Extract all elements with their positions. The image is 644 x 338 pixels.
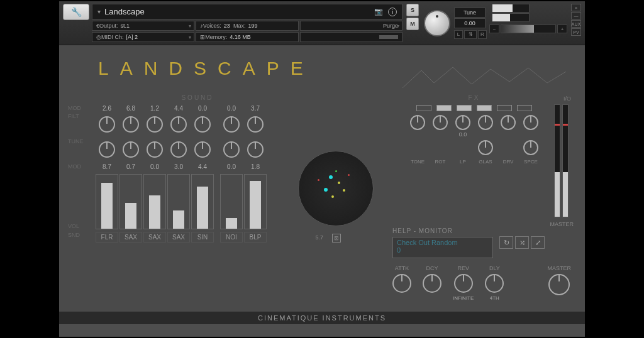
volume-bar[interactable] bbox=[96, 174, 118, 229]
footer-brand: CINEMATIQUE INSTRUMENTS bbox=[59, 312, 585, 324]
env-knob[interactable] bbox=[392, 274, 411, 293]
fx-knob2 bbox=[498, 140, 518, 155]
vol-row-label: VOL bbox=[68, 223, 79, 229]
sound-slot[interactable]: SAX bbox=[119, 232, 142, 243]
filt-knob[interactable] bbox=[143, 113, 166, 136]
fx-toggle[interactable] bbox=[457, 105, 472, 111]
minimize-button[interactable]: — bbox=[571, 12, 581, 19]
fx-knob[interactable]: 0.0 bbox=[453, 115, 473, 138]
pan-left[interactable]: L bbox=[454, 30, 463, 39]
tune-knob[interactable] bbox=[220, 138, 243, 161]
refresh-button[interactable]: ↻ bbox=[499, 236, 513, 249]
mod2-value: 1.8 bbox=[244, 163, 267, 170]
sound-slot[interactable]: SAX bbox=[167, 232, 190, 243]
mute-button[interactable]: M bbox=[406, 18, 419, 30]
level-meter-l bbox=[492, 4, 530, 13]
fx-knob[interactable] bbox=[498, 115, 518, 138]
purge-dropdown[interactable]: Purge▾ bbox=[300, 21, 402, 31]
sound-slot[interactable]: BLP bbox=[244, 232, 267, 243]
envelope-section: ATTKDCYREVINFINITEDLY4TH bbox=[392, 265, 504, 302]
tune-knob[interactable] bbox=[244, 138, 267, 161]
qty-value: 5.7 bbox=[315, 234, 323, 241]
env-knob[interactable] bbox=[485, 274, 504, 293]
random-button[interactable]: ⤭ bbox=[515, 236, 529, 249]
tune-knob[interactable] bbox=[143, 138, 166, 161]
camera-icon[interactable]: 📷 bbox=[374, 8, 383, 16]
vol-minus[interactable]: − bbox=[489, 25, 499, 33]
env-knob[interactable] bbox=[423, 274, 441, 293]
wrench-button[interactable]: 🔧 bbox=[63, 4, 89, 20]
io-label: I/O bbox=[564, 95, 571, 102]
pv-button[interactable]: PV bbox=[571, 28, 581, 36]
tune-knob[interactable] bbox=[167, 138, 190, 161]
fx-toggle[interactable] bbox=[497, 105, 512, 111]
filt-knob[interactable] bbox=[119, 113, 142, 136]
fx-toggle[interactable] bbox=[416, 105, 431, 111]
fx-toggle[interactable] bbox=[517, 105, 532, 111]
help-label: HELP - MONITOR bbox=[392, 227, 493, 234]
fx-label: TONE bbox=[408, 159, 428, 165]
filt-knob[interactable] bbox=[220, 113, 243, 136]
volume-bar[interactable] bbox=[119, 174, 142, 229]
volume-bar[interactable] bbox=[191, 174, 214, 229]
mod-value: 4.4 bbox=[167, 105, 190, 112]
instrument-body: LANDSCAPE SOUND MOD2.66.81.24.40.00.03.7… bbox=[59, 45, 585, 324]
volume-bar[interactable] bbox=[167, 174, 190, 229]
fx-knob[interactable] bbox=[430, 115, 450, 138]
sound-slot[interactable]: SAX bbox=[143, 232, 166, 243]
info-icon[interactable]: i bbox=[388, 8, 397, 16]
pan-right[interactable]: R bbox=[478, 30, 487, 39]
env-knob[interactable] bbox=[454, 274, 473, 293]
vol-plus[interactable]: + bbox=[557, 25, 567, 33]
sound-slot[interactable]: SIN bbox=[191, 232, 214, 243]
volume-slider[interactable] bbox=[501, 25, 556, 33]
fx-knob[interactable] bbox=[408, 115, 428, 138]
snd-row-label: SND bbox=[68, 232, 80, 238]
fx-label: LP bbox=[453, 159, 473, 165]
tune-value[interactable]: 0.00 bbox=[454, 18, 486, 28]
filt-knob[interactable] bbox=[244, 113, 267, 136]
fx-knob2[interactable] bbox=[475, 140, 496, 155]
voices-field: ♪ Voices: 23 Max: 199 bbox=[196, 21, 298, 31]
sound-slot[interactable]: NOI bbox=[220, 232, 243, 243]
expand-button[interactable]: ⤢ bbox=[531, 236, 545, 249]
master-knob[interactable] bbox=[548, 274, 570, 295]
fx-knob[interactable] bbox=[475, 115, 496, 138]
filt-knob[interactable] bbox=[167, 113, 190, 136]
filt-knob[interactable] bbox=[191, 113, 214, 136]
tune-knob[interactable] bbox=[119, 138, 142, 161]
tune-knob[interactable] bbox=[424, 10, 450, 36]
close-button[interactable]: × bbox=[571, 4, 581, 11]
tune-label: Tune bbox=[454, 8, 486, 18]
fx-knob2 bbox=[408, 140, 428, 155]
fx-section: FX 0.0 TONEROTLPGLASDRVSPCE bbox=[392, 94, 556, 165]
sound-section: SOUND MOD2.66.81.24.40.00.03.7 FILT TUNE… bbox=[91, 94, 304, 243]
level-meter-r bbox=[492, 13, 530, 22]
fx-knob2[interactable] bbox=[521, 140, 541, 155]
solo-button[interactable]: S bbox=[406, 4, 419, 16]
fx-toggle[interactable] bbox=[477, 105, 492, 111]
volume-bar[interactable] bbox=[220, 174, 243, 229]
header-bar: 🔧 Landscape 📷 i € Output: st.1▾ ♪ Voices… bbox=[59, 1, 585, 45]
volume-bar[interactable] bbox=[244, 174, 267, 229]
pan-center-icon[interactable]: ⇅ bbox=[464, 30, 477, 39]
filt-knob[interactable] bbox=[96, 113, 118, 136]
xy-close-button[interactable]: ⊠ bbox=[332, 234, 341, 243]
fx-label: SPCE bbox=[521, 159, 541, 165]
preset-name-text: Landscape bbox=[104, 7, 145, 16]
tune-knob[interactable] bbox=[191, 138, 214, 161]
output-field[interactable]: € Output: st.1▾ bbox=[92, 21, 194, 31]
volume-bar[interactable] bbox=[143, 174, 166, 229]
env-dly: DLY4TH bbox=[485, 265, 504, 302]
fx-knob[interactable] bbox=[521, 115, 541, 138]
master-knob-label: MASTER bbox=[547, 265, 571, 271]
fx-toggle[interactable] bbox=[436, 105, 452, 111]
aux-button[interactable]: AUX bbox=[571, 20, 581, 28]
tune-knob[interactable] bbox=[96, 138, 118, 161]
xy-pad[interactable] bbox=[298, 151, 374, 226]
midi-ch-field[interactable]: ◎ MIDI Ch: [A] 2▾ bbox=[92, 32, 194, 42]
mod2-value: 3.0 bbox=[167, 163, 190, 170]
mod-value: 0.0 bbox=[220, 105, 243, 112]
preset-name-dropdown[interactable]: Landscape 📷 i bbox=[92, 4, 402, 19]
sound-slot[interactable]: FLR bbox=[96, 232, 118, 243]
